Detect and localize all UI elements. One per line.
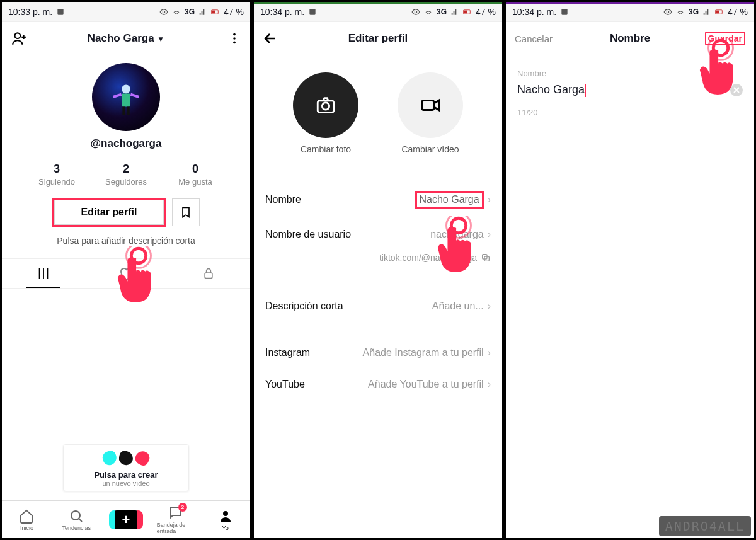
nav-inbox[interactable]: 2 Bandeja de entrada (157, 505, 195, 534)
profile-name-dropdown[interactable]: Nacho Garga ▼ (49, 32, 203, 45)
name-value-highlight: Nacho Garga (415, 191, 484, 209)
edit-profile-highlight: Editar perfil (52, 198, 166, 227)
create-video-card[interactable]: Pulsa para crear un nuevo vídeo (63, 444, 189, 491)
svg-point-33 (667, 11, 669, 13)
field-instagram[interactable]: Instagram Añade Instagram a tu perfil › (254, 337, 502, 369)
field-youtube[interactable]: YouTube Añade YouTube a tu perfil › (254, 369, 502, 400)
stat-likes[interactable]: 0 Me gusta (161, 163, 230, 187)
screen-edit-profile: 10:34 p. m. 3G 47 % Editar perfil Cambia… (252, 0, 504, 540)
field-username[interactable]: Nombre de usuario nachogarga › (254, 219, 502, 250)
more-options-button[interactable] (203, 32, 241, 45)
svg-point-5 (15, 33, 21, 38)
chevron-right-icon: › (488, 301, 491, 312)
bookmark-icon (180, 206, 192, 219)
network-type: 3G (689, 8, 699, 16)
add-bio-hint[interactable]: Pulsa para añadir descripción corta (2, 236, 250, 246)
field-name[interactable]: Nombre Nacho Garga › (254, 181, 502, 219)
eye-icon (663, 8, 672, 16)
bottom-nav: Inicio Tendencias + 2 Bandeja de entrada… (2, 500, 250, 538)
back-button[interactable] (263, 31, 301, 46)
nav-home[interactable]: Inicio (8, 508, 45, 531)
status-time: 10:34 p. m. (512, 7, 556, 17)
svg-rect-23 (464, 10, 467, 13)
svg-rect-10 (122, 93, 130, 106)
camera-icon (315, 95, 336, 116)
tiktok-swirl-icon (69, 451, 183, 468)
save-button[interactable]: Guardar (705, 32, 745, 45)
bookmarks-button[interactable] (172, 198, 200, 226)
battery-icon (715, 8, 724, 16)
svg-rect-36 (723, 11, 723, 13)
battery-icon (463, 8, 472, 16)
avatar-figure-icon (104, 75, 148, 119)
clear-input-button[interactable] (730, 84, 743, 96)
svg-point-7 (233, 37, 236, 40)
chevron-down-icon: ▼ (157, 35, 164, 43)
copy-icon (481, 253, 491, 263)
page-title: Editar perfil (301, 32, 455, 45)
name-input[interactable]: Nacho Garga (517, 83, 743, 101)
lock-icon (202, 267, 215, 280)
svg-point-16 (71, 511, 80, 520)
add-friends-button[interactable] (11, 30, 49, 47)
stat-following[interactable]: 3 Siguiendo (22, 163, 91, 187)
status-bar: 10:34 p. m. 3G 47 % (506, 2, 754, 22)
svg-rect-24 (471, 11, 471, 13)
wifi-icon (172, 8, 181, 16)
search-icon (69, 508, 84, 524)
screenshot-icon (56, 8, 65, 16)
svg-rect-0 (57, 9, 63, 14)
svg-rect-35 (716, 10, 719, 13)
wifi-icon (676, 8, 685, 16)
tab-liked[interactable] (84, 259, 167, 288)
stat-followers[interactable]: 2 Seguidores (91, 163, 161, 187)
profile-link-row[interactable]: tiktok.com/@nachogarga (254, 250, 502, 275)
char-counter: 11/20 (517, 108, 743, 117)
svg-point-21 (415, 11, 417, 13)
screenshot-icon (308, 8, 317, 16)
profile-header: Nacho Garga ▼ (2, 22, 250, 55)
change-photo-button[interactable]: Cambiar foto (285, 72, 367, 154)
svg-point-1 (163, 11, 165, 13)
change-video-button[interactable]: Cambiar vídeo (389, 72, 471, 154)
chevron-right-icon: › (488, 379, 491, 390)
edit-profile-button[interactable]: Editar perfil (54, 200, 164, 225)
status-bar: 10:33 p. m. 3G 47 % (2, 2, 250, 22)
chevron-right-icon: › (488, 347, 491, 359)
screen-profile: 10:33 p. m. 3G 47 % Nacho Garga ▼ (0, 0, 252, 540)
svg-rect-4 (219, 11, 219, 13)
nav-discover[interactable]: Tendencias (57, 508, 95, 531)
signal-icon (702, 8, 711, 16)
edit-profile-header: Editar perfil (254, 22, 502, 55)
battery-percent: 47 % (224, 7, 244, 17)
dots-vertical-icon (227, 32, 241, 45)
screenshot-icon (560, 8, 569, 16)
name-header: Cancelar Nombre Guardar (506, 22, 754, 55)
svg-rect-13 (122, 106, 125, 115)
page-title: Nombre (553, 32, 707, 45)
eye-icon (159, 8, 168, 16)
username: @nachogarga (91, 137, 162, 150)
screen-edit-name: 10:34 p. m. 3G 47 % Cancelar Nombre Guar… (504, 0, 756, 540)
field-bio[interactable]: Descripción corta Añade un... › (254, 290, 502, 322)
watermark: ANDRO4ALL (659, 516, 751, 536)
svg-rect-14 (127, 106, 129, 115)
tab-private[interactable] (168, 259, 250, 288)
tab-grid[interactable] (2, 259, 84, 288)
nav-create[interactable]: + (107, 510, 145, 529)
svg-rect-32 (561, 9, 567, 14)
svg-point-26 (322, 103, 329, 110)
arrow-left-icon (263, 31, 278, 46)
field-label: Nombre (517, 69, 743, 78)
profile-tabs (2, 258, 250, 289)
status-time: 10:34 p. m. (260, 7, 304, 17)
nav-me[interactable]: Yo (207, 508, 244, 531)
svg-rect-20 (309, 9, 315, 14)
signal-icon (450, 8, 459, 16)
cancel-button[interactable]: Cancelar (515, 33, 553, 44)
svg-point-8 (233, 42, 236, 44)
svg-rect-12 (130, 93, 140, 98)
avatar[interactable] (92, 63, 160, 131)
status-bar: 10:34 p. m. 3G 47 % (254, 2, 502, 22)
close-icon (733, 87, 740, 93)
